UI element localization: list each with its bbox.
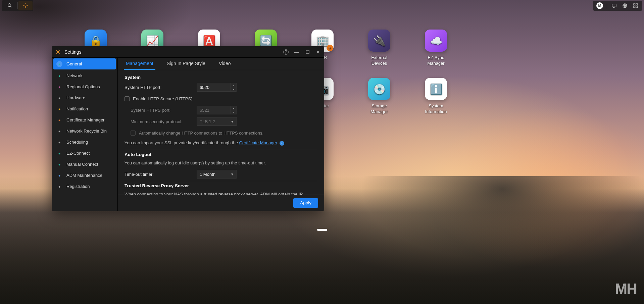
section-autologout-title: Auto Logout [125,150,317,160]
spin-down-icon: ▼ [231,110,237,114]
sidebar-item-notification[interactable]: ●Notification [52,103,117,114]
window-title: Settings [64,49,82,55]
app-glyph-icon: 🅰️ [203,35,215,47]
tab-video[interactable]: Video [217,58,233,70]
app-glyph-icon: ℹ️ [430,83,442,95]
desktop-icon-extdev[interactable]: 🔌External Devices [364,30,394,66]
sidebar-item-regional[interactable]: ●Regional Options [52,81,117,92]
section-system-title: System [125,73,317,83]
enable-https-checkbox[interactable]: Enable HTTP Secure (HTTPS) [125,96,192,101]
help-icon: ? [283,49,289,55]
checkbox-icon [131,131,136,136]
sidebar-icon: ● [56,61,62,67]
http-port-field[interactable]: ▲▼ [197,83,237,92]
watermark: MH [615,281,637,297]
sidebar-item-label: Scheduling [66,140,88,145]
sidebar-item-label: EZ-Connect [66,151,90,156]
sidebar-item-ezconnect[interactable]: ●EZ-Connect [52,148,117,159]
sidebar-item-adm[interactable]: ●ADM Maintenance [52,170,117,181]
settings-content: ManagementSign In Page StyleVideo System… [118,58,324,211]
window-controls: ? ― ✕ [283,49,321,55]
sidebar-item-label: General [66,61,82,66]
tab-management[interactable]: Management [124,58,155,70]
desktop-icon-storage[interactable]: 💿Storage Manager [364,78,394,115]
cert-manager-link[interactable]: Certificate Manager [239,140,277,145]
timeout-select[interactable]: 1 Month ▼ [197,170,237,179]
sidebar-item-label: Network Recycle Bin [66,129,107,134]
sidebar-item-label: Notification [66,106,88,111]
checkbox-icon [125,96,130,101]
sidebar-item-cert[interactable]: ●Certificate Manager [52,114,117,125]
app-tile: 💿 [368,78,390,100]
settings-window: Settings ? ― ✕ ●General●Network●Regional… [52,46,324,211]
sidebar-item-general[interactable]: ●General [53,58,116,69]
sidebar-item-label: Network [66,73,83,78]
sidebar-icon: ● [56,184,62,190]
app-glyph-icon: 🔌 [373,35,386,47]
sidebar-icon: ● [56,139,62,145]
https-port-label: System HTTPS port: [125,108,197,113]
autologout-help: You can automatically log out idle user(… [125,160,317,166]
badge-icon: + [327,45,333,51]
app-label: External Devices [364,55,394,66]
ssl-help-text: You can import your SSL private key/cert… [125,140,317,146]
tab-signin[interactable]: Sign In Page Style [165,58,207,70]
sidebar-icon: ● [56,161,62,167]
help-button[interactable]: ? [283,49,289,55]
sidebar-item-label: Certificate Manager [66,117,104,122]
app-tile: ☁️ [425,30,447,52]
spin-up-icon[interactable]: ▲ [231,83,237,87]
sidebar-item-label: ADM Maintenance [66,173,102,178]
auto-redirect-checkbox: Automatically change HTTP connections to… [131,131,263,136]
min-proto-value: TLS 1.2 [200,119,215,124]
app-label: Storage Manager [364,103,394,115]
sidebar-item-label: Manual Connect [66,162,98,167]
sidebar-item-hardware[interactable]: ●Hardware [52,92,117,103]
section-proxy-title: Trusted Reverse Proxy Server [125,181,317,191]
sidebar-icon: ● [56,172,62,179]
sidebar-item-scheduling[interactable]: ●Scheduling [52,137,117,148]
gear-icon [55,49,61,55]
minimize-button[interactable]: ― [294,49,299,55]
spin-down-icon[interactable]: ▼ [231,87,237,91]
sidebar-item-recycle[interactable]: ●Network Recycle Bin [52,125,117,137]
sidebar-icon: ● [56,106,62,112]
min-proto-label: Minimum security protocol: [125,119,197,124]
dock-indicator[interactable] [317,229,327,231]
window-titlebar[interactable]: Settings ? ― ✕ [52,46,324,58]
sidebar-item-label: Registration [66,184,90,189]
apply-bar: Apply [118,195,324,211]
proxy-help: When connecting to your NAS through a tr… [125,191,317,195]
desktop-icon-sysinfo[interactable]: ℹ️System Information [421,78,451,115]
sidebar-icon: ● [56,73,62,79]
sidebar-icon: ● [56,117,62,123]
app-tile: 🔌 [368,30,390,52]
sidebar-item-label: Hardware [66,95,85,100]
timeout-label: Time-out timer: [125,172,197,177]
sidebar-item-network[interactable]: ●Network [52,70,117,81]
management-panel: System System HTTP port: ▲▼ Enable HTTP … [118,70,324,195]
app-label: System Information [421,103,451,115]
maximize-button[interactable] [305,50,310,54]
auto-redirect-label: Automatically change HTTP connections to… [139,131,263,136]
svg-point-9 [57,51,59,53]
sidebar-icon: ● [56,95,62,101]
app-glyph-icon: ☁️ [430,35,442,47]
app-glyph-icon: 🔒 [90,35,102,47]
sidebar-icon: ● [56,128,62,134]
sidebar-icon: ● [56,84,62,90]
info-icon[interactable]: i [280,141,284,146]
timeout-value: 1 Month [200,172,215,177]
close-button[interactable]: ✕ [315,49,321,55]
min-proto-select: TLS 1.2 ▼ [197,117,237,126]
sidebar-item-registration[interactable]: ●Registration [52,181,117,192]
chevron-down-icon: ▼ [231,120,234,123]
desktop-icon-ezsync[interactable]: ☁️EZ Sync Manager [421,30,451,66]
sidebar-item-manual[interactable]: ●Manual Connect [52,159,117,170]
https-port-field: ▲▼ [197,106,237,114]
apply-button[interactable]: Apply [293,198,318,208]
app-glyph-icon: 📈 [146,35,159,47]
svg-rect-10 [306,50,309,53]
sidebar-item-label: Regional Options [66,84,100,89]
app-label: EZ Sync Manager [421,55,451,66]
